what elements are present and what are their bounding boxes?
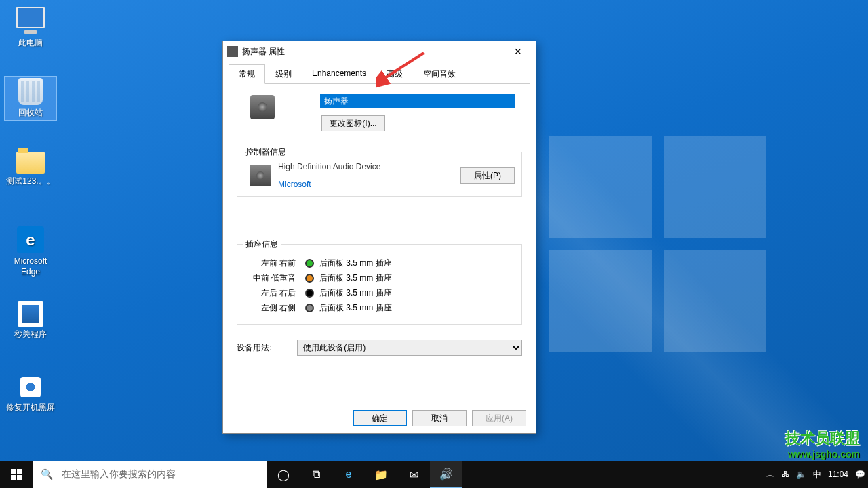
tray-notifications-icon[interactable]: 💬 [855,470,865,479]
desktop-icon-fix[interactable]: 修复开机黑屏 [4,373,57,415]
tray-clock[interactable]: 11:04 [828,470,848,479]
tab-enhancements[interactable]: Enhancements [302,64,376,84]
jack-row: 左前 右前 后面板 3.5 mm 插座 [244,258,515,269]
speaker-properties-dialog: 扬声器 属性 ✕ 常规 级别 Enhancements 高级 空间音效 更改图标… [222,41,536,434]
jack-color-icon [305,289,314,298]
desktop-icon-recycle-bin[interactable]: 回收站 [4,76,57,121]
device-name-input[interactable] [320,94,515,108]
ok-button[interactable]: 确定 [353,410,407,426]
tray-network-icon[interactable]: 🖧 [781,470,789,479]
desktop-icon-folder[interactable]: 测试123.。。 [4,150,57,188]
tray-volume-icon[interactable]: 🔈 [796,470,806,479]
controller-vendor: Microsoft [278,180,454,189]
apply-button[interactable]: 应用(A) [472,410,526,426]
dialog-button-row: 确定 取消 应用(A) [223,403,536,433]
taskbar-edge-icon[interactable]: e [332,461,365,488]
device-icon [250,95,275,119]
change-icon-button[interactable]: 更改图标(I)... [321,115,385,131]
controller-legend: 控制器信息 [243,146,289,158]
task-view-button[interactable]: ⧉ [300,461,332,488]
search-icon: 🔍 [41,468,54,481]
recycle-bin-icon [18,78,43,105]
jack-color-icon [305,259,314,268]
taskbar-explorer-icon[interactable]: 📁 [365,461,397,488]
tray-ime-icon[interactable]: 中 [813,469,821,481]
pc-icon [16,5,45,35]
taskbar: 🔍 在这里输入你要搜索的内容 ◯ ⧉ e 📁 ✉ 🔊 ︿ 🖧 🔈 中 11:04… [0,461,868,488]
app-icon [18,301,43,327]
cancel-button[interactable]: 取消 [412,410,467,426]
fix-icon [18,374,43,400]
tab-general[interactable]: 常规 [229,64,265,84]
windows-logo-icon [549,136,766,352]
desktop-icon-this-pc[interactable]: 此电脑 [4,4,57,50]
search-placeholder: 在这里输入你要搜索的内容 [62,468,176,481]
jack-legend: 插座信息 [243,239,281,250]
start-button[interactable] [0,461,33,488]
desktop-icon-app[interactable]: 秒关程序 [4,300,57,342]
controller-info-fieldset: 控制器信息 High Definition Audio Device Micro… [237,152,522,197]
system-tray: ︿ 🖧 🔈 中 11:04 💬 [766,469,868,481]
device-usage-select[interactable]: 使用此设备(启用) [297,340,522,356]
controller-properties-button[interactable]: 属性(P) [460,167,515,184]
icon-label: 修复开机黑屏 [6,403,55,413]
controller-name: High Definition Audio Device [278,162,454,171]
titlebar[interactable]: 扬声器 属性 ✕ [223,41,536,62]
device-usage-row: 设备用法: 使用此设备(启用) [237,340,522,356]
tab-body-general: 更改图标(I)... 控制器信息 High Definition Audio D… [229,83,530,403]
tab-advanced[interactable]: 高级 [376,64,413,84]
cortana-button[interactable]: ◯ [267,461,300,488]
taskbar-sound-icon[interactable]: 🔊 [430,461,462,488]
search-input[interactable]: 🔍 在这里输入你要搜索的内容 [33,461,267,488]
tab-strip: 常规 级别 Enhancements 高级 空间音效 [223,64,536,84]
jack-color-icon [305,274,314,283]
jack-info-fieldset: 插座信息 左前 右前 后面板 3.5 mm 插座 中前 低重音 后面板 3.5 … [237,244,522,325]
folder-icon [16,152,45,174]
watermark: 技术员联盟 www.jsgho.com [785,428,860,460]
edge-icon: e [17,226,44,253]
icon-label: 测试123.。。 [6,176,54,187]
icon-label: Microsoft Edge [5,256,56,277]
icon-label: 秒关程序 [14,329,47,340]
controller-device-icon [250,165,271,186]
tray-chevron-icon[interactable]: ︿ [766,469,774,481]
tab-levels[interactable]: 级别 [265,64,302,84]
dialog-icon [227,46,238,57]
jack-row: 中前 低重音 后面板 3.5 mm 插座 [244,272,515,284]
jack-color-icon [305,304,314,312]
windows-icon [11,469,22,480]
icon-label: 回收站 [18,108,43,119]
dialog-title: 扬声器 属性 [242,46,505,58]
jack-row: 左后 右后 后面板 3.5 mm 插座 [244,287,515,299]
jack-row: 左侧 右侧 后面板 3.5 mm 插座 [244,302,515,314]
tab-spatial[interactable]: 空间音效 [413,64,466,84]
taskbar-mail-icon[interactable]: ✉ [397,461,430,488]
icon-label: 此电脑 [18,38,43,49]
desktop-icon-edge[interactable]: e Microsoft Edge [4,225,57,279]
close-button[interactable]: ✕ [505,42,532,61]
usage-label: 设备用法: [237,342,271,354]
